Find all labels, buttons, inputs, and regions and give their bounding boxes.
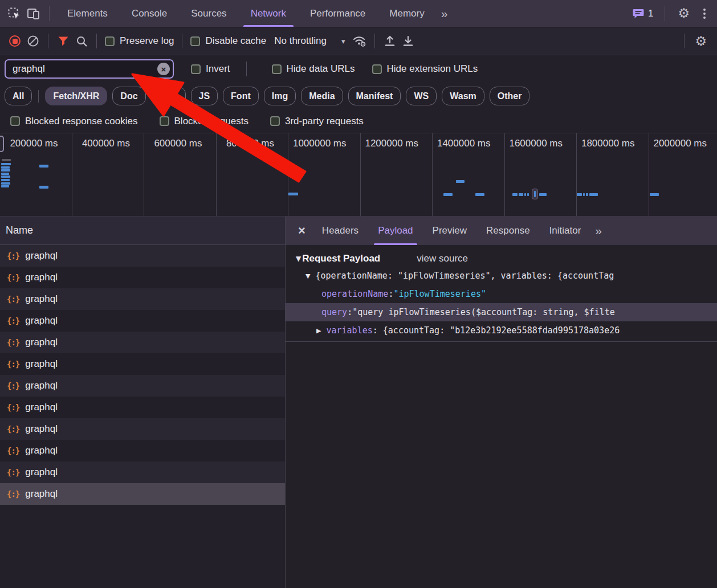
request-row[interactable]: {:}graphql [0, 267, 285, 288]
search-icon[interactable] [72, 32, 91, 50]
request-timeline-bar [443, 193, 453, 196]
payload-line[interactable]: ▼{operationName: "ipFlowTimeseries", var… [286, 267, 717, 285]
collapse-triangle-icon[interactable]: ▼ [305, 272, 310, 280]
collapse-triangle-icon[interactable]: ▼ [296, 255, 301, 263]
tab-performance[interactable]: Performance [298, 0, 377, 27]
request-row[interactable]: {:}graphql [0, 483, 285, 505]
request-row[interactable]: {:}graphql [0, 440, 285, 462]
chip-media[interactable]: Media [301, 87, 343, 105]
record-network-log-button[interactable] [6, 32, 24, 50]
hide-data-urls-checkbox[interactable]: Hide data URLs [270, 63, 357, 75]
network-overview-timeline[interactable]: 200000 ms400000 ms600000 ms800000 ms1000… [0, 133, 717, 217]
chip-doc[interactable]: Doc [112, 87, 145, 105]
devtools-tabbar: ElementsConsoleSourcesNetworkPerformance… [0, 0, 717, 27]
timeline-tick: 600000 ms [144, 133, 217, 216]
request-name: graphql [25, 337, 58, 348]
chevron-down-icon: ▾ [341, 37, 345, 46]
request-timeline-bar [39, 186, 48, 189]
chip-ws[interactable]: WS [406, 87, 437, 105]
requests-pane: Name {:}graphql{:}graphql{:}graphql{:}gr… [0, 217, 286, 588]
chip-other[interactable]: Other [490, 87, 530, 105]
request-timeline-bar [288, 193, 298, 195]
preserve-log-checkbox[interactable]: Preserve log [103, 35, 176, 47]
view-source-link[interactable]: view source [417, 253, 468, 264]
filter-input[interactable] [5, 59, 174, 79]
request-name: graphql [25, 445, 58, 456]
payload-text: variables [326, 325, 372, 336]
detail-tab-initiator[interactable]: Initiator [540, 217, 591, 245]
detail-tab-payload[interactable]: Payload [368, 217, 422, 245]
detail-tab-headers[interactable]: Headers [312, 217, 368, 245]
request-row[interactable]: {:}graphql [0, 375, 285, 397]
requests-list: {:}graphql{:}graphql{:}graphql{:}graphql… [0, 245, 285, 505]
request-row[interactable]: {:}graphql [0, 288, 285, 310]
tab-memory[interactable]: Memory [377, 0, 436, 27]
chip-all[interactable]: All [5, 87, 32, 105]
3rd-party-requests-checkbox[interactable]: 3rd-party requests [268, 116, 366, 127]
settings-gear-icon[interactable]: ⚙ [673, 7, 694, 20]
divider [286, 341, 717, 342]
clear-network-log-button[interactable] [24, 32, 42, 50]
request-row[interactable]: {:}graphql [0, 332, 285, 353]
network-settings-gear-icon[interactable]: ⚙ [690, 35, 711, 48]
export-har-icon[interactable] [399, 32, 417, 50]
blocked-requests-checkbox[interactable]: Blocked requests [157, 116, 251, 127]
more-panels-icon[interactable]: » [437, 7, 451, 21]
chip-css[interactable]: CSS [151, 87, 186, 105]
request-row[interactable]: {:}graphql [0, 418, 285, 440]
chip-wasm[interactable]: Wasm [442, 87, 484, 105]
detail-tab-response[interactable]: Response [476, 217, 540, 245]
import-har-icon[interactable] [381, 32, 399, 50]
clear-filter-icon[interactable]: × [157, 63, 170, 75]
request-name: graphql [25, 272, 58, 283]
request-row[interactable]: {:}graphql [0, 462, 285, 483]
request-timeline-bar [1, 163, 11, 165]
checkbox-label: Blocked response cookies [25, 116, 138, 127]
tab-console[interactable]: Console [120, 0, 179, 27]
divider [665, 6, 665, 21]
inspect-element-icon[interactable] [5, 4, 24, 23]
tab-network[interactable]: Network [239, 0, 298, 27]
chip-font[interactable]: Font [223, 87, 259, 105]
timeline-tick: 200000 ms [0, 133, 72, 216]
invert-checkbox[interactable]: Invert [189, 63, 233, 75]
throttling-dropdown[interactable]: No throttling ▾ [268, 35, 351, 47]
selected-request-marker [532, 189, 538, 199]
disable-cache-checkbox[interactable]: Disable cache [188, 35, 268, 47]
name-column-header[interactable]: Name [0, 217, 285, 245]
timeline-tick: 1000000 ms [288, 133, 361, 216]
divider [96, 34, 97, 48]
request-row[interactable]: {:}graphql [0, 353, 285, 375]
request-row[interactable]: {:}graphql [0, 310, 285, 332]
chip-js[interactable]: JS [191, 87, 218, 105]
filter-funnel-icon[interactable] [54, 32, 72, 50]
payload-line[interactable]: query: "query ipFlowTimeseries($accountT… [286, 303, 717, 321]
divider [48, 34, 48, 48]
kebab-menu-icon[interactable] [696, 9, 712, 19]
payload-line[interactable]: operationName: "ipFlowTimeseries" [286, 285, 717, 303]
blocked-response-cookies-checkbox[interactable]: Blocked response cookies [8, 116, 140, 127]
request-name: graphql [25, 293, 58, 305]
tab-elements[interactable]: Elements [55, 0, 120, 27]
network-conditions-icon[interactable] [351, 32, 369, 50]
payload-line[interactable]: ▶variables: {accountTag: "b12e3b2192ee55… [286, 321, 717, 340]
request-timeline-bar [577, 193, 582, 196]
request-row[interactable]: {:}graphql [0, 397, 285, 418]
expand-triangle-icon[interactable]: ▶ [316, 327, 321, 334]
chip-fetch-xhr[interactable]: Fetch/XHR [45, 87, 107, 105]
close-details-icon[interactable]: × [291, 223, 312, 238]
chip-img[interactable]: Img [264, 87, 296, 105]
chip-manifest[interactable]: Manifest [348, 87, 401, 105]
request-timeline-bar [650, 193, 659, 196]
tab-sources[interactable]: Sources [179, 0, 238, 27]
detail-tab-preview[interactable]: Preview [423, 217, 476, 245]
request-row[interactable]: {:}graphql [0, 245, 285, 267]
panel-tabs: ElementsConsoleSourcesNetworkPerformance… [55, 0, 437, 27]
issues-button[interactable]: 1 [629, 8, 657, 19]
json-request-icon: {:} [7, 446, 19, 455]
hide-extension-urls-checkbox[interactable]: Hide extension URLs [370, 63, 480, 75]
details-tabs: HeadersPayloadPreviewResponseInitiator [312, 217, 590, 245]
device-toolbar-icon[interactable] [24, 4, 43, 23]
request-timeline-bar [1, 169, 10, 172]
more-detail-tabs-icon[interactable]: » [590, 224, 605, 238]
